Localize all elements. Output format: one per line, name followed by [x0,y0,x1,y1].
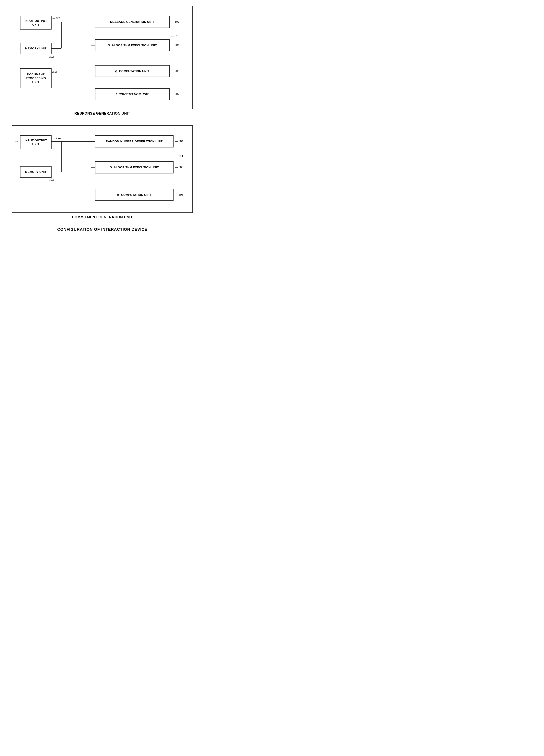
commit-gen-outer-box: → INPUT-OUTPUT UNIT — 301 MEMORY UNIT 30… [12,125,193,213]
input-arrow: → [15,20,19,24]
ref-307: — 307 [171,92,179,95]
ref-301-top: — 301 [53,17,61,20]
f-comp-unit-label: f COMPUTATION UNIT [116,92,149,96]
msg-gen-unit-label: MESSAGE GENERATION UNIT [110,20,154,24]
g-alg-unit-1-label: G ALGORITHM EXECUTION UNIT [108,43,157,47]
memory-unit-2: MEMORY UNIT [20,166,52,178]
input-arrow-2: → [15,139,19,144]
ref-305-top: — 305 [171,43,179,46]
phi-comp-unit: φ COMPUTATION UNIT [95,65,170,77]
ref-310: — 310 [171,34,179,38]
memory-unit-2-label: MEMORY UNIT [25,170,46,174]
ref-304: — 304 [175,140,183,143]
io-unit-2: INPUT-OUTPUT UNIT [20,135,52,149]
commit-gen-label: COMMITMENT GENERATION UNIT [12,215,193,219]
ref-305-bot: — 305 [175,166,183,169]
g-alg-unit-2: G ALGORITHM EXECUTION UNIT [95,161,174,173]
ref-302-bot: 302 [49,178,54,181]
g-alg-unit-2-label: G ALGORITHM EXECUTION UNIT [110,165,159,169]
response-gen-label: RESPONSE GENERATION UNIT [12,111,193,116]
ref-308: — 308 [171,69,179,72]
rng-unit-label: RANDOM NUMBER GENERATION UNIT [106,139,163,143]
ref-302-top: 302 [49,55,54,58]
io-unit-2-label: INPUT-OUTPUT UNIT [25,138,47,146]
rng-unit: RANDOM NUMBER GENERATION UNIT [95,135,174,147]
io-unit-1-label: INPUT-OUTPUT UNIT [25,19,47,27]
g-alg-unit-1: G ALGORITHM EXECUTION UNIT [95,39,170,51]
ref-303: — 303 [49,70,57,73]
response-gen-section: → INPUT-OUTPUT UNIT — 301 MEMORY UNIT 30… [12,6,193,116]
phi-comp-unit-label: φ COMPUTATION UNIT [115,69,149,73]
msg-gen-unit: MESSAGE GENERATION UNIT [95,16,170,28]
main-diagram-container: → INPUT-OUTPUT UNIT — 301 MEMORY UNIT 30… [8,6,197,232]
commit-gen-section: → INPUT-OUTPUT UNIT — 301 MEMORY UNIT 30… [12,125,193,219]
page-title: CONFIGURATION OF INTERACTION DEVICE [57,227,147,232]
pi-comp-unit: π COMPUTATION UNIT [95,189,174,201]
ref-309: — 309 [171,20,179,23]
doc-processing-unit-label: DOCUMENT PROCESSING UNIT [26,72,46,84]
memory-unit-1-label: MEMORY UNIT [25,46,46,50]
doc-processing-unit: DOCUMENT PROCESSING UNIT [20,68,52,88]
ref-306: — 306 [175,193,183,196]
ref-301-bot: — 301 [53,136,61,139]
response-gen-outer-box: → INPUT-OUTPUT UNIT — 301 MEMORY UNIT 30… [12,6,193,109]
ref-311: — 311 [175,154,183,157]
f-comp-unit: f COMPUTATION UNIT [95,88,170,100]
pi-comp-unit-label: π COMPUTATION UNIT [117,193,151,197]
io-unit-1: INPUT-OUTPUT UNIT [20,16,52,30]
memory-unit-1: MEMORY UNIT [20,43,52,54]
